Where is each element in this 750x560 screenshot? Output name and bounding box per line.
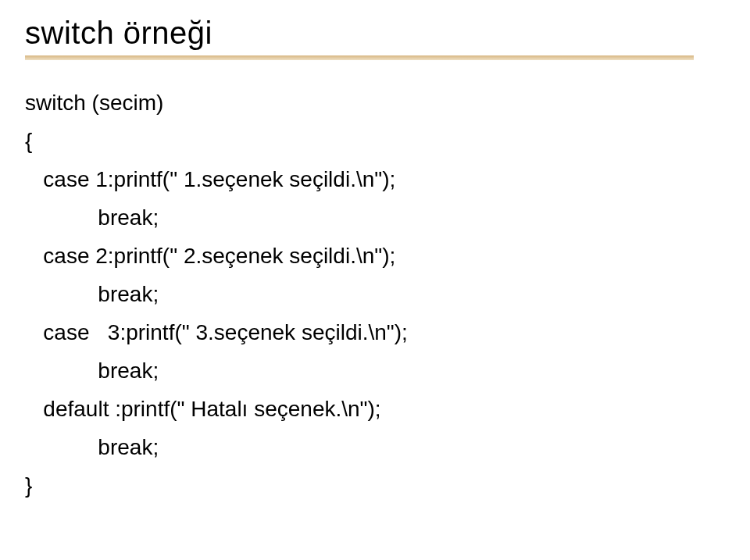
slide-title: switch örneği <box>25 16 725 51</box>
title-area: switch örneği <box>0 0 750 60</box>
code-block: switch (secim) { case 1:printf(" 1.seçen… <box>25 84 725 505</box>
body-area: switch (secim) { case 1:printf(" 1.seçen… <box>0 60 750 505</box>
slide: switch örneği switch (secim) { case 1:pr… <box>0 0 750 560</box>
